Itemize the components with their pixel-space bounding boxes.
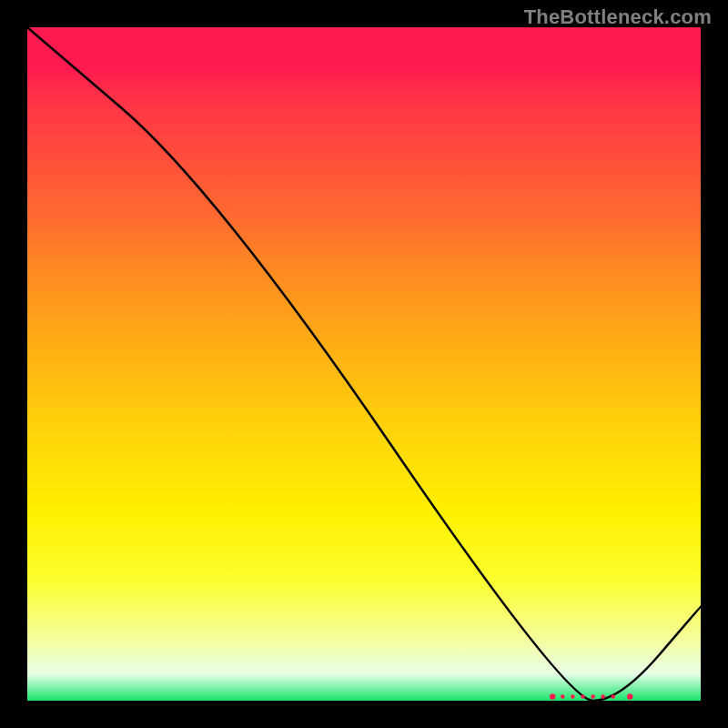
marker-dot bbox=[581, 694, 584, 698]
chart-container: TheBottleneck.com bbox=[0, 0, 728, 728]
watermark-text: TheBottleneck.com bbox=[524, 5, 712, 29]
chart-overlay bbox=[27, 27, 701, 701]
marker-dot bbox=[550, 693, 555, 699]
marker-dot bbox=[627, 693, 632, 699]
marker-group bbox=[550, 693, 633, 699]
marker-dot bbox=[591, 694, 594, 698]
marker-dot bbox=[612, 694, 615, 698]
line-series-curve bbox=[27, 27, 701, 701]
plot-area bbox=[27, 27, 701, 701]
marker-dot bbox=[561, 694, 564, 698]
marker-dot bbox=[602, 694, 605, 698]
marker-dot bbox=[571, 694, 574, 698]
chart-line bbox=[27, 27, 701, 701]
